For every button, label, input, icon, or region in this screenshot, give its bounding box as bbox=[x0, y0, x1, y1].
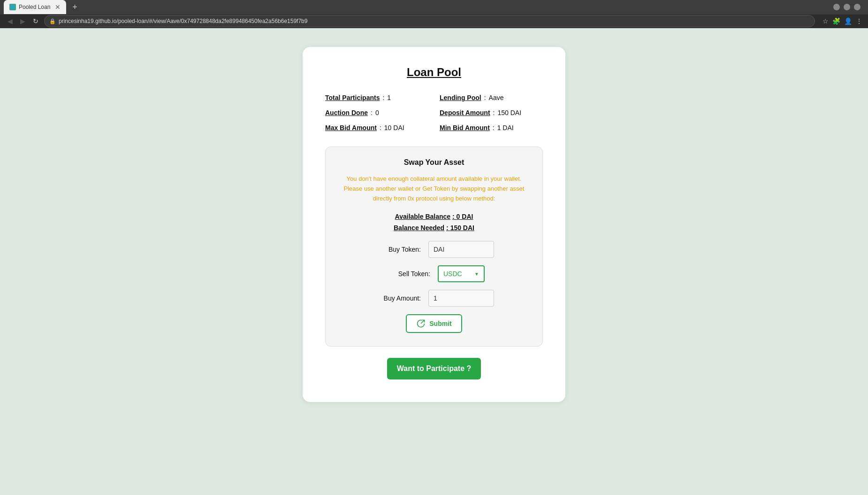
deposit-amount-label: Deposit Amount bbox=[440, 109, 490, 116]
info-grid: Total Participants : 1 Lending Pool : Aa… bbox=[325, 94, 543, 131]
minimize-button[interactable] bbox=[833, 4, 840, 10]
available-balance-row: Available Balance : 0 DAI bbox=[339, 213, 529, 220]
sell-token-value: USDC bbox=[443, 270, 462, 278]
available-balance-label: Available Balance bbox=[395, 213, 451, 220]
buy-amount-group: Buy Amount: bbox=[339, 290, 529, 307]
buy-amount-input[interactable] bbox=[428, 290, 494, 307]
buy-token-group: Buy Token: bbox=[339, 241, 529, 258]
sell-token-label: Sell Token: bbox=[383, 270, 430, 278]
lock-icon: 🔒 bbox=[49, 18, 56, 24]
profile-button[interactable]: 👤 bbox=[844, 17, 852, 25]
close-button[interactable] bbox=[854, 4, 860, 10]
min-bid-amount-row: Min Bid Amount : 1 DAI bbox=[440, 124, 543, 131]
max-bid-amount-row: Max Bid Amount : 10 DAI bbox=[325, 124, 428, 131]
tab-bar: 🌐 Pooled Loan ✕ + bbox=[0, 0, 868, 15]
active-tab[interactable]: 🌐 Pooled Loan ✕ bbox=[4, 0, 66, 14]
total-participants-label: Total Participants bbox=[325, 94, 380, 101]
sell-token-group: Sell Token: USDC ▼ bbox=[339, 265, 529, 282]
swap-card: Swap Your Asset You don't have enough co… bbox=[325, 147, 543, 347]
total-participants-value: 1 bbox=[387, 94, 391, 101]
submit-area: Submit bbox=[339, 314, 529, 333]
lending-pool-label: Lending Pool bbox=[440, 94, 481, 101]
window-controls bbox=[833, 4, 864, 10]
auction-done-value: 0 bbox=[375, 109, 379, 116]
url-bar[interactable]: 🔒 princesinha19.github.io/pooled-loan/#/… bbox=[44, 15, 815, 27]
auction-done-row: Auction Done : 0 bbox=[325, 109, 428, 116]
maximize-button[interactable] bbox=[844, 4, 850, 10]
extensions-button[interactable]: 🧩 bbox=[832, 17, 840, 25]
max-bid-amount-value: 10 DAI bbox=[384, 124, 404, 131]
lending-pool-row: Lending Pool : Aave bbox=[440, 94, 543, 101]
address-bar: ◀ ▶ ↻ 🔒 princesinha19.github.io/pooled-l… bbox=[0, 15, 868, 28]
loan-pool-card: Loan Pool Total Participants : 1 Lending… bbox=[303, 47, 565, 402]
browser-actions: ☆ 🧩 👤 ⋮ bbox=[822, 17, 862, 25]
warning-text: You don't have enough collateral amount … bbox=[339, 174, 529, 203]
tab-favicon: 🌐 bbox=[9, 4, 16, 10]
new-tab-button[interactable]: + bbox=[68, 0, 81, 14]
auction-done-label: Auction Done bbox=[325, 109, 368, 116]
card-title: Loan Pool bbox=[325, 66, 543, 79]
balance-needed-row: Balance Needed : 150 DAI bbox=[339, 224, 529, 232]
dropdown-caret-icon: ▼ bbox=[474, 271, 479, 277]
balance-needed-value: 150 DAI bbox=[450, 224, 474, 232]
page-content: Loan Pool Total Participants : 1 Lending… bbox=[0, 28, 868, 495]
reload-button[interactable]: ↻ bbox=[31, 16, 40, 26]
tab-title: Pooled Loan bbox=[19, 4, 50, 10]
participate-button[interactable]: Want to Participate ? bbox=[387, 358, 481, 379]
deposit-amount-value: 150 DAI bbox=[497, 109, 521, 116]
submit-icon bbox=[416, 319, 426, 328]
sell-token-dropdown[interactable]: USDC ▼ bbox=[438, 265, 485, 282]
swap-title: Swap Your Asset bbox=[339, 158, 529, 167]
tab-close-button[interactable]: ✕ bbox=[55, 4, 61, 10]
balance-needed-label: Balance Needed bbox=[394, 224, 444, 232]
deposit-amount-row: Deposit Amount : 150 DAI bbox=[440, 109, 543, 116]
max-bid-amount-label: Max Bid Amount bbox=[325, 124, 377, 131]
browser-chrome: 🌐 Pooled Loan ✕ + ◀ ▶ ↻ 🔒 princesinha19.… bbox=[0, 0, 868, 28]
lending-pool-value: Aave bbox=[489, 94, 504, 101]
buy-token-label: Buy Token: bbox=[374, 246, 421, 253]
available-balance-value: 0 DAI bbox=[457, 213, 473, 220]
bookmark-button[interactable]: ☆ bbox=[822, 17, 829, 25]
buy-amount-label: Buy Amount: bbox=[374, 294, 421, 302]
total-participants-row: Total Participants : 1 bbox=[325, 94, 428, 101]
min-bid-amount-label: Min Bid Amount bbox=[440, 124, 490, 131]
buy-token-input[interactable] bbox=[428, 241, 494, 258]
submit-label: Submit bbox=[429, 320, 451, 327]
forward-button[interactable]: ▶ bbox=[18, 16, 27, 26]
menu-button[interactable]: ⋮ bbox=[856, 17, 862, 25]
back-button[interactable]: ◀ bbox=[6, 16, 15, 26]
submit-button[interactable]: Submit bbox=[406, 314, 462, 333]
url-text: princesinha19.github.io/pooled-loan/#/vi… bbox=[59, 18, 307, 24]
min-bid-amount-value: 1 DAI bbox=[497, 124, 514, 131]
